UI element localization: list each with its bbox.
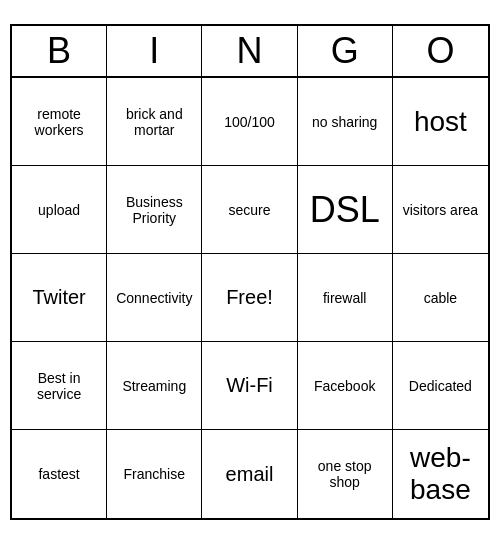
header-letter: O — [393, 26, 488, 76]
bingo-header: BINGO — [12, 26, 488, 78]
bingo-cell[interactable]: one stop shop — [298, 430, 393, 518]
bingo-cell[interactable]: host — [393, 78, 488, 166]
bingo-cell[interactable]: visitors area — [393, 166, 488, 254]
bingo-cell[interactable]: web-base — [393, 430, 488, 518]
bingo-cell[interactable]: Wi-Fi — [202, 342, 297, 430]
bingo-cell[interactable]: Facebook — [298, 342, 393, 430]
header-letter: I — [107, 26, 202, 76]
bingo-cell[interactable]: 100/100 — [202, 78, 297, 166]
bingo-cell[interactable]: Franchise — [107, 430, 202, 518]
bingo-card: BINGO remote workersbrick and mortar100/… — [10, 24, 490, 520]
bingo-cell[interactable]: brick and mortar — [107, 78, 202, 166]
bingo-cell[interactable]: secure — [202, 166, 297, 254]
header-letter: G — [298, 26, 393, 76]
bingo-cell[interactable]: Best in service — [12, 342, 107, 430]
bingo-grid: remote workersbrick and mortar100/100no … — [12, 78, 488, 518]
bingo-cell[interactable]: Streaming — [107, 342, 202, 430]
bingo-cell[interactable]: DSL — [298, 166, 393, 254]
bingo-cell[interactable]: Free! — [202, 254, 297, 342]
bingo-cell[interactable]: email — [202, 430, 297, 518]
header-letter: N — [202, 26, 297, 76]
bingo-cell[interactable]: Business Priority — [107, 166, 202, 254]
bingo-cell[interactable]: Dedicated — [393, 342, 488, 430]
bingo-cell[interactable]: firewall — [298, 254, 393, 342]
bingo-cell[interactable]: no sharing — [298, 78, 393, 166]
header-letter: B — [12, 26, 107, 76]
bingo-cell[interactable]: upload — [12, 166, 107, 254]
bingo-cell[interactable]: fastest — [12, 430, 107, 518]
bingo-cell[interactable]: Twiter — [12, 254, 107, 342]
bingo-cell[interactable]: Connectivity — [107, 254, 202, 342]
bingo-cell[interactable]: remote workers — [12, 78, 107, 166]
bingo-cell[interactable]: cable — [393, 254, 488, 342]
